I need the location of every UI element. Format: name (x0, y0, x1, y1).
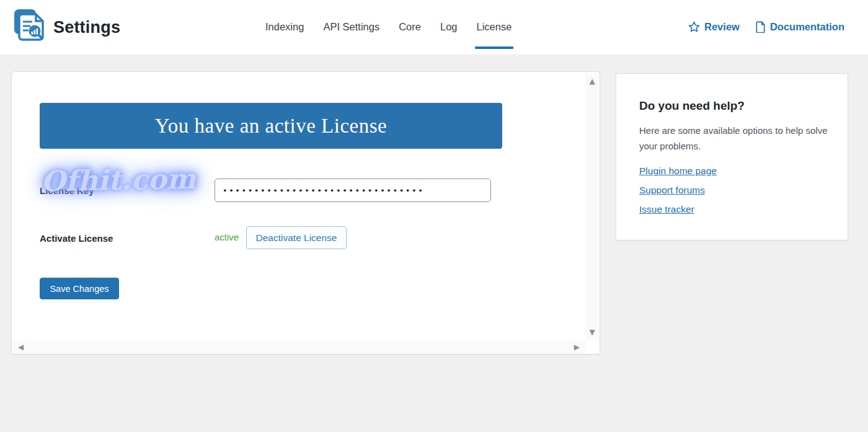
horizontal-scrollbar[interactable]: ◀ ▶ (12, 341, 585, 353)
tab-log[interactable]: Log (440, 0, 458, 53)
license-status-badge: active (215, 232, 239, 242)
plugin-logo-icon (14, 9, 46, 42)
tab-core[interactable]: Core (399, 0, 421, 53)
review-link[interactable]: Review (688, 21, 740, 33)
header: Settings Indexing API Settings Core Log … (0, 0, 868, 55)
activate-license-label: Activate License (40, 233, 113, 244)
help-box: Do you need help? Here are some availabl… (616, 73, 848, 240)
scroll-up-icon[interactable]: ▲ (589, 77, 595, 85)
header-actions: Review Documentation (688, 0, 844, 53)
license-settings-panel: You have an active License License Key O… (11, 71, 600, 355)
plugin-home-page-link[interactable]: Plugin home page (639, 165, 717, 177)
tab-license[interactable]: License (477, 0, 512, 53)
support-forums-link[interactable]: Support forums (639, 185, 705, 196)
issue-tracker-link[interactable]: Issue tracker (639, 204, 694, 215)
scroll-down-icon[interactable]: ▼ (589, 328, 595, 336)
active-tab-indicator (475, 46, 514, 49)
vertical-scrollbar[interactable]: ▲ ▼ (585, 73, 599, 341)
deactivate-license-button[interactable]: Deactivate License (246, 226, 347, 249)
help-links: Plugin home page Support forums Issue tr… (639, 165, 829, 215)
tab-api-settings[interactable]: API Settings (323, 0, 379, 53)
license-key-input[interactable] (215, 179, 491, 202)
banner-text: You have an active License (155, 115, 387, 138)
help-description: Here are some available options to help … (639, 123, 833, 154)
tab-indexing[interactable]: Indexing (265, 0, 304, 53)
scroll-right-icon[interactable]: ▶ (574, 343, 580, 351)
settings-tabs: Indexing API Settings Core Log License (265, 0, 512, 53)
save-changes-button[interactable]: Save Changes (40, 278, 119, 299)
documentation-link[interactable]: Documentation (756, 21, 844, 33)
license-key-label: License Key (40, 185, 94, 196)
scroll-left-icon[interactable]: ◀ (18, 343, 24, 351)
page-title: Settings (53, 0, 120, 55)
help-title: Do you need help? (639, 99, 829, 113)
active-license-banner: You have an active License (40, 103, 502, 149)
star-icon (688, 21, 700, 33)
document-icon (756, 21, 766, 33)
